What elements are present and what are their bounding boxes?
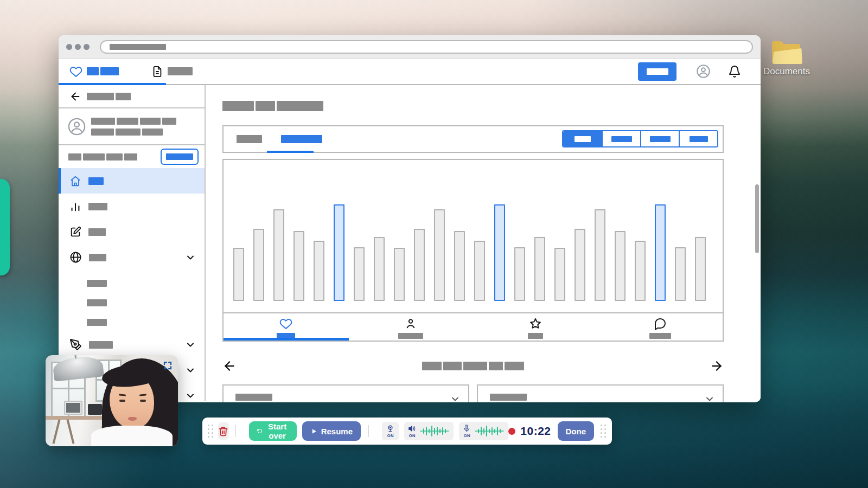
browser-titlebar (59, 35, 761, 59)
window-minimize-button[interactable] (75, 44, 81, 50)
pen-tool-icon (69, 338, 82, 351)
home-icon (69, 175, 81, 187)
camera-on-label: ON (387, 433, 394, 438)
window-zoom-button[interactable] (84, 44, 90, 50)
collapsible-card-1[interactable] (222, 384, 469, 402)
sidebar-subitem[interactable] (59, 273, 205, 293)
sidebar-item-home[interactable] (59, 168, 205, 194)
speaker-on-label: ON (409, 433, 416, 438)
avatar-icon (67, 117, 86, 136)
screen-edge-tab[interactable] (0, 179, 10, 275)
user-avatar-icon[interactable] (696, 64, 711, 79)
mic-toggle[interactable]: ON (459, 422, 508, 440)
camera-toggle[interactable]: ON (382, 422, 399, 440)
chart-bar (293, 231, 304, 301)
desktop-folder-documents[interactable]: Documents (757, 41, 816, 77)
drag-handle[interactable] (601, 425, 607, 438)
sidebar-subitem[interactable] (59, 312, 205, 332)
sidebar-item-compose[interactable] (59, 219, 205, 245)
tab-comments[interactable] (598, 313, 723, 341)
chart-bar (494, 204, 505, 301)
recording-timer: 10:22 (520, 425, 551, 438)
trash-icon (218, 426, 228, 436)
subitem-label-placeholder (87, 299, 107, 306)
sidebar-invite-row (59, 145, 205, 168)
primary-cta-button[interactable] (638, 62, 676, 81)
segment-option-1[interactable] (563, 131, 602, 146)
chevron-down-icon[interactable] (185, 252, 196, 263)
invite-button-label-placeholder (166, 153, 193, 160)
restart-icon (257, 427, 262, 435)
sidebar-item-web[interactable] (59, 245, 205, 270)
chart-footer-tabs (224, 312, 723, 341)
tab-people[interactable] (348, 313, 473, 341)
chart-bar (534, 237, 545, 301)
scrollbar-thumb[interactable] (755, 184, 759, 253)
bell-icon[interactable] (728, 65, 741, 78)
window-close-button[interactable] (66, 44, 72, 50)
expand-icon[interactable] (163, 361, 173, 370)
start-over-button[interactable]: Start over (249, 421, 297, 441)
chevron-down-icon[interactable] (185, 365, 196, 376)
desktop: Documents (0, 0, 868, 488)
speaker-icon (408, 425, 416, 433)
card-label-placeholder (235, 394, 272, 401)
active-tab-underline (59, 83, 166, 85)
pager-title-placeholder (422, 362, 524, 370)
sidebar-profile[interactable] (59, 108, 205, 145)
segment-option-3[interactable] (640, 131, 679, 146)
done-button[interactable]: Done (558, 421, 595, 441)
chevron-down-icon[interactable] (185, 390, 196, 401)
chart-bar (314, 241, 324, 301)
folder-icon[interactable] (772, 41, 801, 64)
resume-label: Resume (321, 427, 353, 436)
tab-label-placeholder (528, 333, 543, 339)
chart-bar (635, 241, 646, 301)
sidebar-item-design[interactable] (59, 332, 205, 357)
arrow-left-icon[interactable] (222, 359, 237, 373)
chart-card (222, 159, 724, 342)
tab-label-placeholder (649, 333, 671, 339)
drag-handle[interactable] (208, 425, 214, 438)
heart-icon (279, 317, 292, 330)
divider (368, 425, 369, 437)
chart-bar (354, 247, 365, 301)
tab-label-placeholder (398, 333, 423, 339)
desk-leg (66, 419, 74, 444)
resume-button[interactable]: Resume (302, 421, 361, 441)
done-label: Done (566, 427, 586, 436)
segment-option-4[interactable] (679, 131, 717, 146)
chart-bar (233, 248, 244, 301)
invite-button[interactable] (161, 149, 199, 165)
chevron-down-icon[interactable] (185, 339, 196, 350)
mic-on-label: ON (464, 433, 470, 438)
address-bar[interactable] (100, 40, 753, 54)
speaker-toggle[interactable]: ON (404, 422, 454, 440)
chevron-down-icon[interactable] (704, 394, 715, 402)
tab-favorites[interactable] (224, 313, 348, 341)
subitem-label-placeholder (87, 280, 107, 287)
back-arrow-icon[interactable] (69, 91, 81, 102)
webcam-preview (46, 355, 178, 446)
sidebar-item-analytics[interactable] (59, 194, 205, 219)
delete-recording-button[interactable] (218, 422, 229, 440)
nav-tab-favorites[interactable] (69, 65, 119, 78)
desk-leg (52, 419, 60, 444)
toolbar-tab-active[interactable] (281, 135, 322, 143)
item-label-placeholder (88, 228, 106, 236)
tab-starred[interactable] (473, 313, 598, 341)
segment-option-2[interactable] (602, 131, 640, 146)
recorder-toolbar: Start over Resume ON ON ON (202, 418, 612, 445)
person-shirt (91, 426, 173, 446)
arrow-right-icon[interactable] (710, 359, 724, 373)
collapsible-card-2[interactable] (477, 384, 724, 402)
sidebar-subitem[interactable] (59, 293, 205, 312)
subitem-label-placeholder (87, 319, 107, 326)
chart-bar (474, 241, 485, 301)
back-label-placeholder (87, 93, 131, 100)
recording-status: 10:22 (508, 425, 551, 438)
nav-tab-documents[interactable] (151, 66, 193, 78)
toolbar-tab-inactive[interactable] (237, 135, 262, 143)
chart-bar (514, 247, 525, 301)
chevron-down-icon[interactable] (450, 394, 461, 402)
